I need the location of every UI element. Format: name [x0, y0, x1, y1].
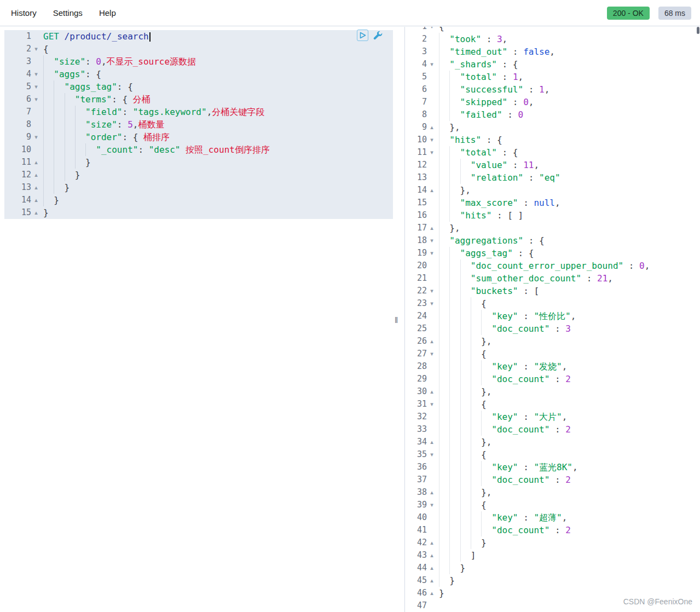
code-text[interactable]: "field": "tags.keyword",分桶关键字段	[41, 106, 393, 118]
fold-close-icon[interactable]: ▴	[427, 486, 437, 499]
code-text[interactable]: "size": 5,桶数量	[41, 118, 393, 131]
indent-guide	[481, 511, 491, 524]
code-text[interactable]: GET /product/_search	[41, 30, 393, 43]
line-number: 20	[405, 259, 427, 272]
code-text: "failed" : 0	[437, 108, 700, 121]
indent-guide	[460, 474, 471, 486]
fold-close-icon[interactable]: ▴	[31, 194, 41, 206]
indent-guide	[439, 385, 449, 398]
code-line[interactable]: 5▾"aggs_tag": {	[4, 80, 393, 93]
code-line[interactable]: 14▴}	[4, 194, 393, 206]
code-line[interactable]: 9▾"order": { 桶排序	[4, 131, 393, 143]
fold-open-icon[interactable]: ▾	[31, 131, 41, 143]
code-line[interactable]: 13▴}	[4, 181, 393, 194]
request-editor[interactable]: 1GET /product/_search2▾{3"size": 0,不显示_s…	[0, 27, 393, 612]
code-line[interactable]: 2▾{	[4, 43, 393, 55]
line-number: 18	[405, 234, 427, 247]
fold-close-icon[interactable]: ▴	[427, 549, 437, 562]
response-viewer[interactable]: 1▾{2"took" : 3,3"timed_out" : false,4▾"_…	[405, 27, 700, 612]
fold-close-icon[interactable]: ▴	[31, 156, 41, 169]
request-settings-button[interactable]	[372, 30, 383, 41]
fold-open-icon[interactable]: ▾	[31, 93, 41, 106]
code-line[interactable]: 3"size": 0,不显示_source源数据	[4, 55, 393, 68]
code-line[interactable]: 15▴}	[4, 206, 393, 219]
line-number: 38	[405, 486, 427, 499]
fold-open-icon[interactable]: ▾	[427, 234, 437, 247]
fold-open-icon[interactable]: ▾	[31, 68, 41, 80]
code-text: "doc_count" : 3	[437, 322, 700, 335]
menu-settings-button[interactable]: Settings	[53, 8, 83, 18]
code-text[interactable]: }	[41, 194, 393, 206]
fold-open-icon[interactable]: ▾	[427, 285, 437, 297]
code-text[interactable]: "size": 0,不显示_source源数据	[41, 55, 393, 68]
fold-open-icon[interactable]: ▾	[427, 247, 437, 259]
menu-history-button[interactable]: History	[11, 8, 37, 18]
indent-guide	[75, 131, 85, 143]
code-line[interactable]: 4▾"aggs": {	[4, 68, 393, 80]
code-line[interactable]: 1GET /product/_search	[4, 30, 393, 43]
code-line[interactable]: 8"size": 5,桶数量	[4, 118, 393, 131]
fold-close-icon[interactable]: ▴	[31, 181, 41, 194]
fold-open-icon[interactable]: ▾	[427, 348, 437, 360]
code-text[interactable]: "aggs": {	[41, 68, 393, 80]
fold-close-icon[interactable]: ▴	[427, 222, 437, 234]
fold-close-icon[interactable]: ▴	[427, 385, 437, 398]
line-number: 13	[4, 181, 31, 194]
response-viewer-lines: 1▾{2"took" : 3,3"timed_out" : false,4▾"_…	[405, 27, 700, 612]
code-line[interactable]: 12▴}	[4, 169, 393, 181]
code-text[interactable]: "terms": { 分桶	[41, 93, 393, 106]
code-line: 32"key" : "大片",	[405, 411, 700, 423]
fold-open-icon[interactable]: ▾	[427, 448, 437, 461]
menu-help-button[interactable]: Help	[99, 8, 116, 18]
indent-guide	[449, 524, 460, 536]
fold-close-icon[interactable]: ▴	[427, 436, 437, 448]
indent-guide	[54, 80, 64, 93]
code-text[interactable]: "aggs_tag": {	[41, 80, 393, 93]
code-text[interactable]: {	[41, 43, 393, 55]
code-text[interactable]: }	[41, 156, 393, 169]
code-line: 28"key" : "发烧",	[405, 360, 700, 373]
code-line[interactable]: 11▴}	[4, 156, 393, 169]
send-request-button[interactable]	[357, 30, 368, 41]
fold-close-icon[interactable]: ▴	[427, 121, 437, 134]
indent-guide	[439, 524, 449, 536]
fold-open-icon[interactable]: ▾	[427, 27, 437, 33]
code-text[interactable]: "order": { 桶排序	[41, 131, 393, 143]
code-line[interactable]: 10"_count": "desc" 按照_count倒序排序	[4, 143, 393, 156]
indent-guide	[43, 181, 54, 194]
code-text: "timed_out" : false,	[437, 45, 700, 58]
fold-close-icon[interactable]: ▴	[427, 574, 437, 587]
fold-open-icon[interactable]: ▾	[31, 43, 41, 55]
fold-open-icon[interactable]: ▾	[427, 134, 437, 146]
fold-close-icon[interactable]: ▴	[427, 536, 437, 549]
scrollbar-thumb[interactable]	[697, 27, 699, 34]
line-number: 8	[4, 118, 31, 131]
code-line[interactable]: 6▾"terms": { 分桶	[4, 93, 393, 106]
line-number: 30	[405, 385, 427, 398]
indent-guide	[460, 335, 471, 348]
code-line: 15"max_score" : null,	[405, 197, 700, 209]
fold-close-icon[interactable]: ▴	[31, 169, 41, 181]
panel-resize-handle[interactable]: ‖	[395, 315, 398, 325]
code-line[interactable]: 7"field": "tags.keyword",分桶关键字段	[4, 106, 393, 118]
line-number: 3	[4, 55, 31, 68]
code-text[interactable]: "_count": "desc" 按照_count倒序排序	[41, 143, 393, 156]
code-text[interactable]: }	[41, 169, 393, 181]
code-text: }	[437, 562, 700, 574]
fold-close-icon[interactable]: ▴	[427, 335, 437, 348]
fold-close-icon[interactable]: ▴	[427, 562, 437, 574]
code-text[interactable]: }	[41, 181, 393, 194]
line-number: 26	[405, 335, 427, 348]
fold-open-icon[interactable]: ▾	[427, 297, 437, 310]
fold-open-icon[interactable]: ▾	[427, 58, 437, 71]
fold-open-icon[interactable]: ▾	[31, 80, 41, 93]
indent-guide	[439, 373, 449, 385]
fold-open-icon[interactable]: ▾	[427, 146, 437, 159]
fold-close-icon[interactable]: ▴	[31, 206, 41, 219]
code-line: 39▾{	[405, 499, 700, 511]
code-text[interactable]: }	[41, 206, 393, 219]
fold-open-icon[interactable]: ▾	[427, 398, 437, 411]
fold-open-icon[interactable]: ▾	[427, 499, 437, 511]
fold-close-icon[interactable]: ▴	[427, 184, 437, 197]
fold-close-icon[interactable]: ▴	[427, 587, 437, 599]
